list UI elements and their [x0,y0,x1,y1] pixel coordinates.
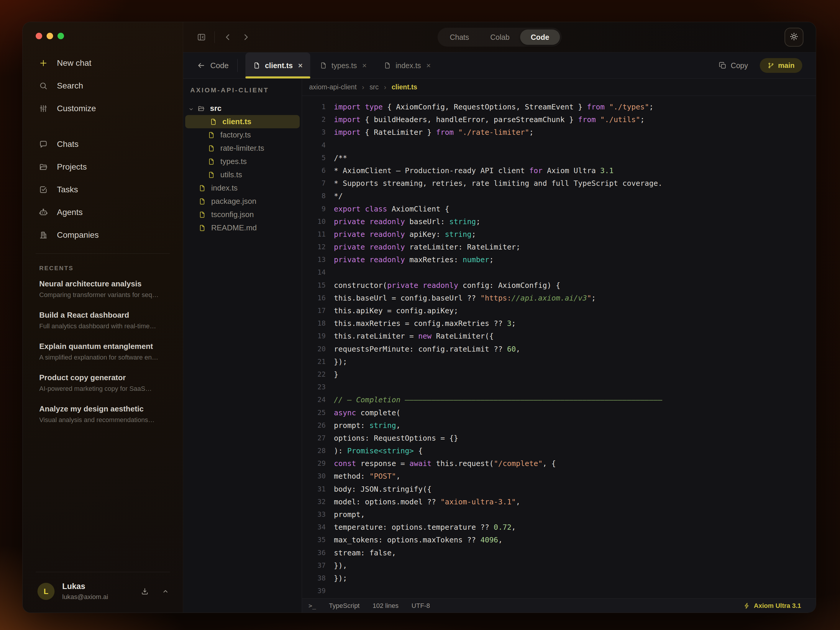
sidebar-item-companies[interactable]: Companies [23,224,183,246]
editor-tab-client.ts[interactable]: client.ts× [245,52,310,79]
code-line: 10private readonly baseUrl: string; [302,215,816,228]
sidebar-item-label: Search [57,81,83,90]
recent-chat-item[interactable]: Explain quantum entanglementA simplified… [23,336,183,367]
git-branch-icon [767,62,775,69]
code-token: */ [334,192,343,200]
view-tab-code[interactable]: Code [520,30,560,45]
code-token: response = [356,459,409,468]
code-line: 6* AxiomClient — Production-ready API cl… [302,164,816,177]
sidebar-nav: ChatsProjectsTasksAgentsCompanies [23,133,183,246]
close-tab-icon[interactable]: × [298,62,303,69]
view-switcher: ChatsColabCode [437,28,562,47]
view-tab-chats[interactable]: Chats [439,30,480,45]
line-number: 20 [302,343,325,355]
tree-file-tsconfig.json[interactable]: tsconfig.json [183,208,302,221]
recent-chat-title: Build a React dashboard [39,311,171,320]
sidebar-item-tasks[interactable]: Tasks [23,178,183,201]
code-token: baseUrl: [405,217,450,226]
recent-chat-subtitle: A simplified explanation for software en… [39,354,171,361]
tree-file-types.ts[interactable]: types.ts [183,155,302,168]
code-token: * AxiomClient — Production-ready API cli… [334,166,529,175]
code-token: ; [591,294,596,302]
minimize-button[interactable] [47,33,53,39]
code-token: , [516,497,520,506]
code-editor[interactable]: 1import type { AxiomConfig, RequestOptio… [302,96,816,598]
recent-chat-title: Explain quantum entanglement [39,342,171,351]
tree-file-utils.ts[interactable]: utils.ts [183,168,302,182]
tree-file-README.md[interactable]: README.md [183,221,302,234]
breadcrumb-segment[interactable]: src [369,83,379,91]
forward-arrow-icon[interactable] [241,32,251,43]
code-text: temperature: options.temperature ?? 0.72… [334,521,516,534]
code-line: 38}); [302,572,816,584]
tree-file-rate-limiter.ts[interactable]: rate-limiter.ts [183,142,302,155]
code-line: 9export class AxiomClient { [302,203,816,215]
code-token: this.rateLimiter = [334,332,418,340]
code-token [365,243,369,251]
breadcrumb-segment[interactable]: client.ts [392,83,417,91]
code-token: config: AxiomConfig) { [458,281,560,290]
line-number: 19 [302,330,325,343]
code-token: "POST" [369,472,396,480]
tree-file-package.json[interactable]: package.json [183,195,302,208]
recent-chat-item[interactable]: Product copy generatorAI-powered marketi… [23,367,183,398]
chat-icon [39,139,48,149]
sidebar-item-projects[interactable]: Projects [23,155,183,178]
code-text: private readonly apiKey: string; [334,228,476,241]
zoom-button[interactable] [57,33,64,39]
tab-filename: index.ts [396,62,421,70]
code-token: } [334,370,338,379]
close-button[interactable] [36,33,42,39]
code-token: import [334,103,360,111]
file-icon [253,62,261,69]
theme-toggle-button[interactable] [785,28,804,47]
sidebar-item-agents[interactable]: Agents [23,201,183,224]
code-token: temperature: options.temperature ?? [334,523,494,532]
tree-file-factory.ts[interactable]: factory.ts [183,128,302,142]
recent-chat-item[interactable]: Analyze my design aestheticVisual analys… [23,398,183,430]
view-tab-colab[interactable]: Colab [480,30,520,45]
copy-button[interactable]: Copy [718,62,748,70]
avatar: L [38,583,55,600]
tree-file-client.ts[interactable]: client.ts [185,115,300,128]
line-number: 2 [302,113,325,126]
editor-tab-types.ts[interactable]: types.ts× [312,52,374,79]
arrow-left-icon [197,61,205,70]
chevron-up-icon[interactable] [161,587,170,596]
breadcrumb-segment[interactable]: axiom-api-client [309,83,357,91]
code-token: readonly [423,281,458,290]
code-token: "axiom-ultra-3.1" [441,497,516,506]
code-token: private [387,281,418,290]
back-arrow-icon[interactable] [223,32,233,43]
sidebar-item-customize[interactable]: Customize [23,97,183,120]
collapse-sidebar-icon[interactable] [196,32,207,43]
code-token: string [449,217,476,226]
line-number: 3 [302,126,325,139]
sidebar-item-search[interactable]: Search [23,74,183,97]
code-token: stream: false, [334,549,396,557]
download-icon[interactable] [141,587,149,596]
user-block[interactable]: L Lukas lukas@axiom.ai [36,572,170,613]
code-line: 36stream: false, [302,546,816,559]
code-token: await [409,459,431,468]
editor-tab-index.ts[interactable]: index.ts× [376,52,438,79]
branch-button[interactable]: main [760,58,802,73]
code-token: "/complete" [494,459,543,468]
file-icon [199,224,206,232]
tree-folder-src[interactable]: src [183,102,302,115]
recent-chat-item[interactable]: Build a React dashboardFull analytics da… [23,305,183,336]
back-to-code-button[interactable]: Code [197,61,229,70]
line-number: 32 [302,496,325,508]
code-text: options: RequestOptions = {} [334,432,458,444]
close-tab-icon[interactable]: × [362,62,366,69]
code-line: 30method: "POST", [302,470,816,483]
code-text: const response = await this.request("/co… [334,457,556,470]
code-text: }); [334,355,347,368]
close-tab-icon[interactable]: × [426,62,431,69]
sidebar-item-chats[interactable]: Chats [23,133,183,155]
line-number: 30 [302,470,325,483]
recent-chat-item[interactable]: Neural architecture analysisComparing tr… [23,273,183,305]
tree-file-index.ts[interactable]: index.ts [183,182,302,195]
code-token: class [365,205,387,213]
sidebar-item-new-chat[interactable]: New chat [23,52,183,74]
